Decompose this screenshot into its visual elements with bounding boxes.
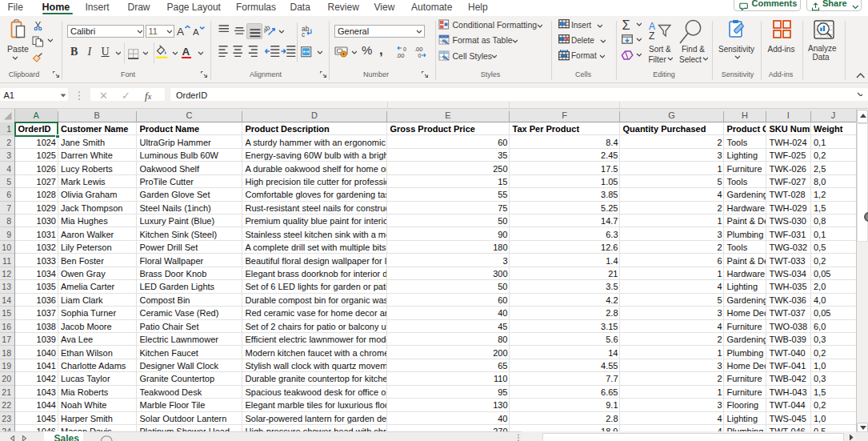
svg-text:.00: .00 [414, 46, 422, 53]
svg-text:Z: Z [649, 30, 654, 39]
svg-text:0: 0 [415, 53, 422, 58]
svg-text:A: A [177, 26, 184, 38]
svg-text:0: 0 [403, 46, 406, 52]
svg-text:A: A [193, 27, 199, 37]
svg-text:.00: .00 [396, 52, 404, 58]
